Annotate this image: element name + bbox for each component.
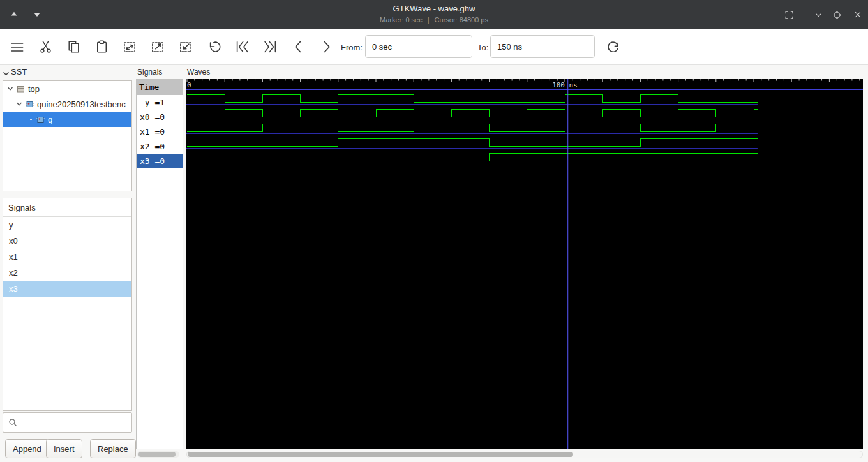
signal-list-item-x0[interactable]: x0 <box>3 233 131 249</box>
signal-search-box <box>3 412 132 433</box>
scrollbar-handle[interactable] <box>138 452 176 457</box>
chip-icon <box>36 116 45 124</box>
gtkwave-window: GTKWave - wave.ghw Marker: 0 sec|Cursor:… <box>0 0 868 462</box>
step-back-icon[interactable] <box>286 35 310 59</box>
signal-value-row-x0[interactable]: x0 =0 <box>137 110 183 124</box>
tree-item-label: top <box>28 84 40 94</box>
chip-icon <box>26 100 34 108</box>
to-input[interactable] <box>490 35 595 58</box>
menu-icon[interactable] <box>5 35 29 59</box>
svg-text:100 ns: 100 ns <box>552 81 578 89</box>
tree-item-label: quine20250913testbenc <box>37 100 126 109</box>
tree-item-label: q <box>48 115 52 124</box>
signal-value-row-y[interactable]: y =1 <box>137 95 183 110</box>
toolbar: From: To: <box>0 29 868 65</box>
tree-item-top[interactable]: top <box>3 81 131 96</box>
tree-connector <box>29 119 34 120</box>
svg-text:0: 0 <box>187 81 191 89</box>
expander-icon[interactable] <box>16 101 22 107</box>
cursor-status: Cursor: 84800 ps <box>435 16 488 24</box>
step-forward-icon[interactable] <box>314 35 338 59</box>
maximize-diamond-icon[interactable] <box>829 8 844 22</box>
waveform-area[interactable]: 0100 ns <box>186 79 863 449</box>
signals-list-header: Signals <box>3 198 131 217</box>
cut-icon[interactable] <box>33 35 57 59</box>
marker-cursor-status: Marker: 0 sec|Cursor: 84800 ps <box>0 16 868 24</box>
zoom-in-icon[interactable] <box>146 35 170 59</box>
sst-collapse-icon[interactable] <box>3 68 10 80</box>
marker-status: Marker: 0 sec <box>380 16 423 24</box>
replace-button[interactable]: Replace <box>90 439 136 458</box>
sst-header: SST <box>11 67 27 77</box>
signal-list-item-y[interactable]: y <box>3 217 131 233</box>
wave-horizontal-scrollbar[interactable] <box>186 451 863 458</box>
signal-value-row-x1[interactable]: x1 =0 <box>137 124 183 139</box>
to-label: To: <box>477 43 488 52</box>
paste-icon[interactable] <box>89 35 114 59</box>
scrollbar-handle[interactable] <box>188 452 573 457</box>
status-separator: | <box>428 16 430 24</box>
reload-icon[interactable] <box>601 35 625 59</box>
skip-to-end-icon[interactable] <box>258 35 282 59</box>
tree-item-quine-testbench[interactable]: quine20250913testbenc <box>3 96 131 112</box>
signal-list-item-x3[interactable]: x3 <box>3 281 131 297</box>
insert-button[interactable]: Insert <box>46 439 82 458</box>
signal-list-item-x2[interactable]: x2 <box>3 265 131 281</box>
window-title: GTKWave - wave.ghw <box>0 4 868 13</box>
sst-tree-panel: top quine20250913testbenc q <box>3 80 132 191</box>
signal-search-panel: Signals y x0 x1 x2 x3 <box>3 198 132 411</box>
signal-value-row-x3[interactable]: x3 =0 <box>137 154 183 168</box>
signal-value-row-x2[interactable]: x2 =0 <box>137 139 183 154</box>
skip-to-start-icon[interactable] <box>230 35 254 59</box>
names-horizontal-scrollbar[interactable] <box>137 451 179 458</box>
undo-icon[interactable] <box>202 35 226 59</box>
zoom-out-icon[interactable] <box>174 35 198 59</box>
tree-item-q[interactable]: q <box>3 112 131 127</box>
expander-icon[interactable] <box>7 86 13 92</box>
time-header[interactable]: Time <box>137 80 183 95</box>
module-box-icon <box>17 85 25 93</box>
search-input[interactable] <box>21 414 130 431</box>
chevron-down-icon[interactable] <box>811 8 826 22</box>
append-button[interactable]: Append <box>5 439 49 458</box>
signals-panel-header: Signals <box>137 68 162 77</box>
from-input[interactable] <box>365 35 472 58</box>
titlebar: GTKWave - wave.ghw Marker: 0 sec|Cursor:… <box>0 0 868 29</box>
copy-icon[interactable] <box>61 35 86 59</box>
fullscreen-icon[interactable] <box>781 8 797 22</box>
search-icon <box>8 418 17 427</box>
signal-list-item-x1[interactable]: x1 <box>3 249 131 265</box>
from-label: From: <box>341 43 363 52</box>
waveform-canvas[interactable]: 0100 ns <box>186 79 863 449</box>
signal-values-panel: Time y =1 x0 =0 x1 =0 x2 =0 x3 =0 <box>136 79 183 449</box>
zoom-fit-icon[interactable] <box>117 35 142 59</box>
close-icon[interactable] <box>850 8 865 22</box>
waves-panel-header: Waves <box>187 68 210 77</box>
